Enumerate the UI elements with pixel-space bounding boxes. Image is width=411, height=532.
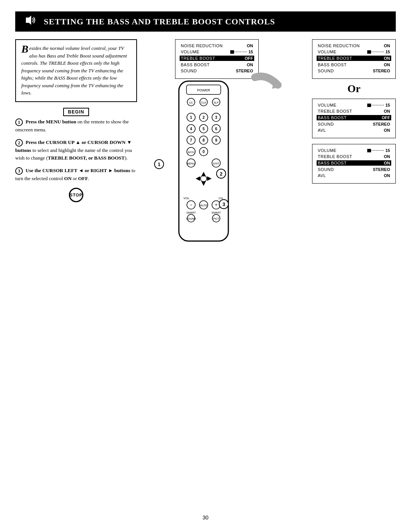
svg-text:SLP: SLP xyxy=(213,101,219,104)
svg-text:CC: CC xyxy=(189,101,193,104)
mb3-bass: BASS BOOST OFF xyxy=(317,115,391,120)
svg-text:0: 0 xyxy=(202,150,205,154)
page-number: 30 xyxy=(202,514,209,521)
right-menus: NOISE REDUCTION ON VOLUME ········· 15 xyxy=(312,39,396,184)
mb4-bass: BASS BOOST ON xyxy=(317,160,391,166)
svg-text:3: 3 xyxy=(215,115,217,120)
menu-row-volume-1: VOLUME ········· 15 xyxy=(181,50,253,54)
menu-row-bass-1: BASS BOOST ON xyxy=(181,62,253,67)
stop-badge: STOP xyxy=(15,188,137,202)
mb4-avl: AVL ON xyxy=(318,173,390,178)
svg-text:9: 9 xyxy=(215,138,217,142)
svg-text:8: 8 xyxy=(202,138,205,142)
menu-box-2: NOISE REDUCTION ON VOLUME ········· 15 xyxy=(312,39,396,79)
menu-row-treble-1: TREBLE BOOST OFF xyxy=(180,56,254,61)
arrow-1 xyxy=(251,70,282,93)
svg-point-41 xyxy=(201,176,207,182)
svg-text:EXIT: EXIT xyxy=(213,162,219,165)
page-title: Setting the Bass and Treble Boost Contro… xyxy=(44,17,275,27)
page-header: Setting the Bass and Treble Boost Contro… xyxy=(15,11,396,32)
svg-text:CLK: CLK xyxy=(201,101,206,104)
menu-box-4: VOLUME ········· 15 TREBLE BOOST ON xyxy=(312,144,396,184)
step-1-bold: Press the MENU button xyxy=(25,119,76,125)
svg-text:−: − xyxy=(190,202,192,208)
svg-text:MENU: MENU xyxy=(187,162,195,165)
description-box: B esides the normal volume level control… xyxy=(15,39,137,102)
svg-marker-40 xyxy=(207,176,212,181)
svg-text:6: 6 xyxy=(215,127,217,131)
svg-text:A/CH: A/CH xyxy=(188,151,194,153)
indicator-1: 1 xyxy=(154,159,164,169)
svg-text:SOUND: SOUND xyxy=(186,217,196,220)
mb3-avl: AVL ON xyxy=(318,128,390,133)
step-1: 1 Press the MENU button on the remote to… xyxy=(15,118,137,134)
or-text: Or xyxy=(312,83,396,95)
right-column: NOISE REDUCTION ON VOLUME ········· 15 xyxy=(145,39,396,325)
svg-text:SMART: SMART xyxy=(212,211,221,214)
mb2-noise: NOISE REDUCTION ON xyxy=(318,43,390,48)
step-3: 3 Use the CURSOR LEFT ◄ or RIGHT ► butto… xyxy=(15,167,137,182)
drop-cap: B xyxy=(21,45,29,54)
mb4-treble: TREBLE BOOST ON xyxy=(318,154,390,159)
svg-text:VOL: VOL xyxy=(183,197,190,200)
indicator-2: 2 xyxy=(216,169,226,179)
mb3-volume: VOLUME ········· 15 xyxy=(318,103,390,107)
remote-control: POWER CC CLK SLP 1 2 xyxy=(164,77,244,260)
stop-label: STOP xyxy=(70,193,83,197)
svg-text:POWER: POWER xyxy=(197,88,210,92)
begin-label: BEGIN xyxy=(63,108,89,116)
page: Setting the Bass and Treble Boost Contro… xyxy=(0,0,411,532)
mb3-treble: TREBLE BOOST ON xyxy=(318,109,390,113)
svg-marker-39 xyxy=(196,176,200,181)
indicator-3: 3 xyxy=(219,199,229,209)
mb2-sound: SOUND STEREO xyxy=(318,69,390,73)
svg-marker-38 xyxy=(201,181,206,186)
svg-text:1: 1 xyxy=(190,115,192,120)
mb4-sound: SOUND STEREO xyxy=(318,167,390,172)
mb2-treble: TREBLE BOOST ON xyxy=(317,56,391,61)
description-text: esides the normal volume level control, … xyxy=(21,45,127,96)
svg-rect-2 xyxy=(179,81,228,241)
mb2-volume: VOLUME ········· 15 xyxy=(318,50,390,54)
step-2-bold: Press the CURSOR UP ▲ or CURSOR DOWN ▼ b… xyxy=(15,139,132,153)
step-3-number: 3 xyxy=(15,167,23,175)
step-2: 2 Press the CURSOR UP ▲ or CURSOR DOWN ▼… xyxy=(15,139,137,161)
svg-text:MUTE: MUTE xyxy=(200,204,207,207)
menu-row-noise-1: NOISE REDUCTION ON xyxy=(181,43,253,48)
svg-text:2: 2 xyxy=(202,115,205,120)
begin-badge: BEGIN xyxy=(15,108,137,115)
step-2-number: 2 xyxy=(15,139,23,147)
speaker-icon xyxy=(23,14,38,29)
svg-text:4: 4 xyxy=(190,127,192,131)
step-3-bold: Use the CURSOR LEFT ◄ or RIGHT ► buttons xyxy=(25,168,130,173)
stop-circle: STOP xyxy=(69,188,83,202)
mb2-bass: BASS BOOST ON xyxy=(318,62,390,67)
mb4-volume: VOLUME ········· 15 xyxy=(318,148,390,153)
mb3-sound: SOUND STEREO xyxy=(318,122,390,126)
main-content: B esides the normal volume level control… xyxy=(15,39,396,325)
right-content: NOISE REDUCTION ON VOLUME ········· 15 xyxy=(145,39,396,325)
svg-marker-0 xyxy=(26,16,31,25)
svg-text:5: 5 xyxy=(202,127,205,131)
svg-text:7: 7 xyxy=(190,138,192,142)
svg-text:PICT: PICT xyxy=(213,217,220,220)
svg-text:SMART: SMART xyxy=(186,211,196,214)
menu-row-sound-1: SOUND STEREO xyxy=(181,69,253,73)
menu-box-3: VOLUME ········· 15 TREBLE BOOST ON xyxy=(312,99,396,138)
step-1-number: 1 xyxy=(15,118,23,126)
left-column: B esides the normal volume level control… xyxy=(15,39,137,325)
menu-box-1: NOISE REDUCTION ON VOLUME ········· 15 xyxy=(175,39,259,79)
svg-text:+: + xyxy=(215,202,217,208)
